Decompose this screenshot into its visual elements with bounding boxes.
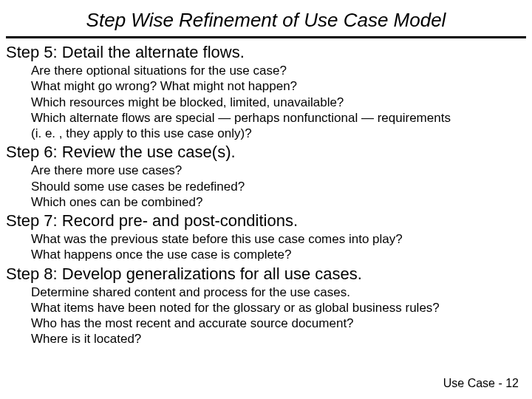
step-6-line: Are there more use cases? [31,163,526,178]
step-7-heading: Step 7: Record pre- and post-conditions. [6,211,526,231]
step-5: Step 5: Detail the alternate flows. Are … [6,43,526,141]
step-8-body: Determine shared content and process for… [6,284,526,347]
step-6: Step 6: Review the use case(s). Are ther… [6,143,526,210]
step-6-heading: Step 6: Review the use case(s). [6,143,526,162]
step-8-line: What items have been noted for the gloss… [31,300,526,316]
step-5-heading: Step 5: Detail the alternate flows. [6,43,526,62]
slide-footer: Use Case - 12 [443,377,519,390]
step-7-line: What was the previous state before this … [31,231,526,247]
step-5-line: Which resources might be blocked, limite… [31,95,526,110]
step-7: Step 7: Record pre- and post-conditions.… [6,211,526,263]
step-7-body: What was the previous state before this … [6,231,526,263]
step-8-line: Where is it located? [31,331,526,347]
step-5-line: Are there optional situations for the us… [31,63,526,78]
step-5-line: Which alternate flows are special — perh… [31,110,526,126]
slide-title: Step Wise Refinement of Use Case Model [6,9,526,36]
step-5-line: (i. e. , they apply to this use case onl… [31,126,526,141]
step-5-body: Are there optional situations for the us… [6,63,526,141]
step-6-body: Are there more use cases? Should some us… [6,163,526,210]
step-8-line: Determine shared content and process for… [31,284,526,300]
step-6-line: Which ones can be combined? [31,194,526,210]
step-8: Step 8: Develop generalizations for all … [6,265,526,347]
step-6-line: Should some use cases be redefined? [31,179,526,194]
step-5-line: What might go wrong? What might not happ… [31,78,526,94]
step-8-line: Who has the most recent and accurate sou… [31,316,526,331]
step-7-line: What happens once the use case is comple… [31,247,526,262]
step-8-heading: Step 8: Develop generalizations for all … [6,265,526,284]
title-underline [6,36,526,38]
